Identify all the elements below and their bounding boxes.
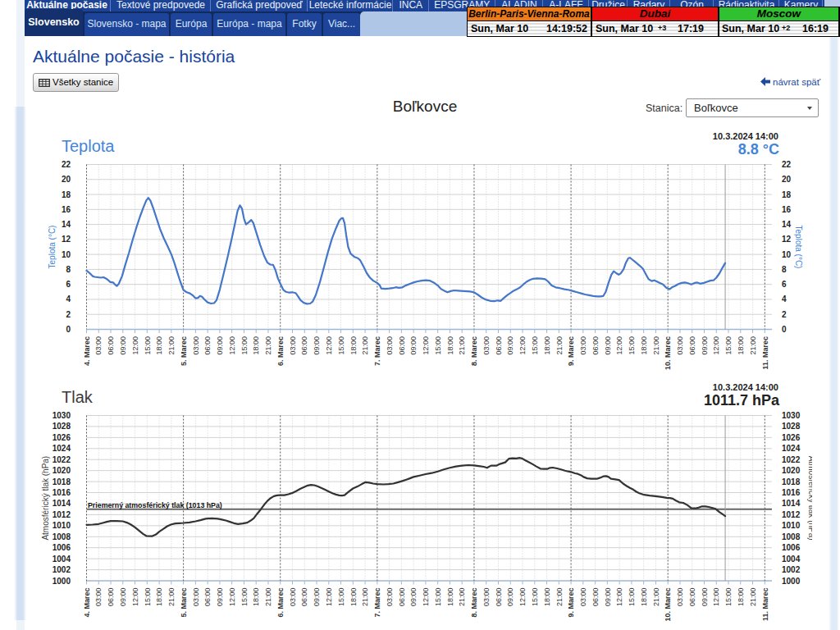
svg-text:15:00: 15:00 [144,588,152,607]
svg-text:Teplota (°C): Teplota (°C) [48,226,57,269]
svg-text:6. Marec: 6. Marec [276,336,285,366]
svg-text:18:00: 18:00 [446,588,454,607]
svg-text:21:00: 21:00 [167,336,176,355]
svg-text:12:00: 12:00 [422,588,430,607]
svg-text:18:00: 18:00 [543,588,551,607]
svg-text:10.3.2024 14:00: 10.3.2024 14:00 [713,382,778,392]
svg-text:03:00: 03:00 [94,588,103,607]
svg-text:18:00: 18:00 [737,336,745,355]
svg-text:09:00: 09:00 [409,588,418,607]
svg-text:15:00: 15:00 [628,336,636,355]
svg-text:12:00: 12:00 [615,336,623,355]
svg-text:12:00: 12:00 [615,588,623,607]
svg-text:06:00: 06:00 [591,588,600,607]
svg-text:9. Marec: 9. Marec [567,336,575,366]
svg-text:21:00: 21:00 [749,588,757,607]
svg-text:09:00: 09:00 [604,588,612,607]
svg-text:Tlak: Tlak [62,388,94,406]
svg-text:18:00: 18:00 [349,336,358,355]
svg-text:03:00: 03:00 [192,336,200,355]
svg-text:09:00: 09:00 [313,336,321,355]
svg-text:1020: 1020 [52,466,71,475]
svg-text:12:00: 12:00 [325,336,333,355]
svg-text:06:00: 06:00 [495,588,503,607]
svg-text:1016: 1016 [782,488,801,497]
svg-text:18:00: 18:00 [543,336,551,355]
svg-text:1002: 1002 [782,565,801,574]
svg-text:18:00: 18:00 [737,588,745,607]
svg-text:12:00: 12:00 [325,588,333,607]
svg-text:1006: 1006 [782,543,801,552]
svg-text:5. Marec: 5. Marec [180,336,188,366]
svg-text:12:00: 12:00 [518,336,527,355]
svg-text:8. Marec: 8. Marec [470,588,478,618]
svg-text:09:00: 09:00 [119,336,127,355]
svg-text:1026: 1026 [52,433,71,442]
svg-text:21:00: 21:00 [652,336,660,355]
svg-text:8.8 °C: 8.8 °C [738,141,779,158]
svg-text:1010: 1010 [782,521,801,530]
svg-text:11. Marec: 11. Marec [761,588,769,622]
svg-text:03:00: 03:00 [482,336,491,355]
svg-text:09:00: 09:00 [604,336,612,355]
svg-text:10.3.2024 14:00: 10.3.2024 14:00 [713,131,778,141]
svg-text:18: 18 [782,190,792,199]
svg-text:22: 22 [782,160,792,169]
svg-text:12:00: 12:00 [131,588,139,607]
svg-text:10. Marec: 10. Marec [664,336,672,370]
svg-text:1006: 1006 [52,543,71,552]
svg-text:Atmosférický tlak (hPa): Atmosférický tlak (hPa) [807,456,812,541]
svg-text:1002: 1002 [52,565,71,574]
svg-text:09:00: 09:00 [216,336,224,355]
svg-text:1028: 1028 [52,422,71,431]
svg-text:10. Marec: 10. Marec [664,588,672,622]
svg-text:12: 12 [62,235,71,244]
svg-text:12:00: 12:00 [228,336,236,355]
svg-text:1010: 1010 [52,521,71,530]
svg-text:15:00: 15:00 [434,336,442,355]
svg-text:Teplota (°C): Teplota (°C) [794,226,803,269]
svg-text:21:00: 21:00 [361,588,369,607]
svg-text:15:00: 15:00 [337,588,345,607]
svg-text:14: 14 [62,220,71,229]
svg-text:15:00: 15:00 [240,336,249,355]
svg-text:03:00: 03:00 [482,588,491,607]
svg-text:09:00: 09:00 [506,336,514,355]
svg-text:0: 0 [782,325,787,334]
svg-text:1018: 1018 [782,477,801,486]
svg-text:21:00: 21:00 [167,588,176,607]
svg-text:09:00: 09:00 [119,588,127,607]
svg-text:1008: 1008 [52,532,71,541]
svg-text:03:00: 03:00 [94,336,103,355]
svg-text:20: 20 [782,175,792,184]
svg-text:1020: 1020 [782,466,801,475]
svg-text:06:00: 06:00 [591,336,600,355]
svg-text:15:00: 15:00 [531,336,539,355]
svg-text:22: 22 [62,160,71,169]
svg-text:1022: 1022 [782,455,801,464]
svg-text:09:00: 09:00 [701,588,709,607]
svg-text:1024: 1024 [782,444,801,453]
svg-text:20: 20 [62,175,71,184]
svg-text:06:00: 06:00 [300,588,308,607]
svg-text:06:00: 06:00 [107,336,115,355]
svg-text:Priemerný atmosférický tlak (1: Priemerný atmosférický tlak (1013 hPa) [88,501,222,509]
svg-text:06:00: 06:00 [203,588,212,607]
svg-text:06:00: 06:00 [688,336,696,355]
svg-text:03:00: 03:00 [289,336,297,355]
svg-text:18:00: 18:00 [446,336,454,355]
svg-text:1030: 1030 [782,411,801,420]
svg-text:1000: 1000 [782,577,801,586]
svg-text:0: 0 [66,325,71,334]
svg-text:1022: 1022 [52,455,71,464]
svg-text:09:00: 09:00 [216,588,224,607]
svg-text:06:00: 06:00 [107,588,115,607]
svg-text:4. Marec: 4. Marec [83,588,91,618]
svg-text:06:00: 06:00 [688,588,696,607]
svg-text:03:00: 03:00 [579,588,587,607]
svg-text:1004: 1004 [52,555,71,564]
svg-text:5. Marec: 5. Marec [180,588,188,618]
svg-text:10: 10 [782,250,792,259]
svg-text:18:00: 18:00 [349,588,358,607]
svg-text:09:00: 09:00 [701,336,709,355]
